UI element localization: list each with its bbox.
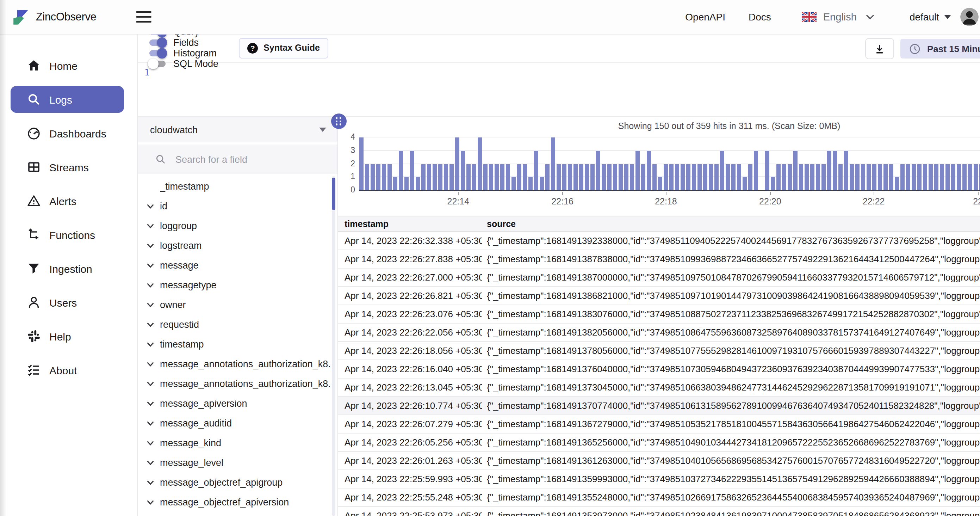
field-item[interactable]: logstream: [138, 236, 337, 255]
histogram-bar: [489, 164, 493, 190]
org-selector[interactable]: default: [910, 11, 951, 22]
toggle-sql-mode[interactable]: SQL Mode: [150, 59, 218, 69]
field-item[interactable]: _timestamp: [138, 176, 337, 196]
field-item[interactable]: message: [138, 255, 337, 275]
histogram-plot[interactable]: [359, 137, 980, 191]
chevron-down-icon: [146, 260, 155, 270]
field-item[interactable]: message_apiversion: [138, 393, 337, 413]
field-list-scrollbar-thumb[interactable]: [332, 178, 336, 210]
column-header-source[interactable]: source: [482, 219, 980, 229]
log-table-row[interactable]: Apr 14, 2023 22:26:27.000 +05:30 {"_time…: [338, 269, 980, 287]
field-item[interactable]: timestamp: [138, 334, 337, 354]
log-row-source: {"_timestamp":1681491387000000,"id":"374…: [482, 272, 980, 283]
histogram-bar: [805, 164, 808, 190]
docs-link[interactable]: Docs: [749, 11, 771, 22]
histogram-bar: [619, 164, 622, 190]
toggle-histogram[interactable]: Histogram: [150, 48, 218, 59]
field-item[interactable]: id: [138, 196, 337, 216]
x-axis-tick: [770, 192, 771, 195]
sidebar-item-help[interactable]: Help: [11, 323, 124, 350]
log-table-row[interactable]: Apr 14, 2023 22:26:01.263 +05:30 {"_time…: [338, 452, 980, 470]
field-item[interactable]: message_annotations_authorization_k8...: [138, 354, 337, 374]
search-icon: [27, 92, 41, 107]
sidebar-item-about[interactable]: About: [11, 357, 124, 384]
query-editor[interactable]: 1: [138, 63, 980, 117]
histogram-bar: [788, 164, 792, 190]
field-item-label: _timestamp: [160, 181, 209, 191]
log-row-source: {"_timestamp":1681491359993000,"id":"374…: [482, 474, 980, 484]
log-table-row[interactable]: Apr 14, 2023 22:26:05.256 +05:30 {"_time…: [338, 433, 980, 452]
x-axis-tick: [873, 192, 874, 195]
histogram-bar: [658, 177, 662, 191]
histogram-bar: [889, 164, 893, 190]
histogram-bar: [951, 164, 955, 190]
log-row-timestamp: Apr 14, 2023 22:25:55.248 +05:30: [338, 492, 482, 503]
sidebar-item-home[interactable]: Home: [11, 52, 124, 79]
field-item[interactable]: loggroup: [138, 216, 337, 236]
log-row-timestamp: Apr 14, 2023 22:26:05.256 +05:30: [338, 437, 482, 448]
results-panel: Showing 150 out of 359 hits in 311 ms. (…: [338, 117, 980, 516]
log-table-row[interactable]: Apr 14, 2023 22:25:55.248 +05:30 {"_time…: [338, 489, 980, 507]
column-header-timestamp[interactable]: timestamp: [338, 219, 482, 229]
histogram-bar: [388, 164, 391, 190]
sidebar-item-ingestion[interactable]: Ingestion: [11, 255, 124, 282]
panel-drag-handle[interactable]: [331, 113, 347, 129]
log-table-row[interactable]: Apr 14, 2023 22:25:53.973 +05:30 {"_time…: [338, 507, 980, 516]
field-item[interactable]: message_annotations_authorization_k8...: [138, 374, 337, 393]
field-item[interactable]: message_objectref_apigroup: [138, 472, 337, 492]
user-avatar[interactable]: [960, 8, 978, 26]
time-range-picker[interactable]: Past 15 Minutes: [900, 39, 980, 59]
syntax-guide-button[interactable]: ? Syntax Guide: [239, 38, 328, 58]
time-range-label: Past 15 Minutes: [927, 43, 980, 54]
log-table-row[interactable]: Apr 14, 2023 22:26:32.338 +05:30 {"_time…: [338, 232, 980, 250]
log-table-row[interactable]: Apr 14, 2023 22:26:27.838 +05:30 {"_time…: [338, 250, 980, 269]
sidebar-item-dashboards[interactable]: Dashboards: [11, 120, 124, 147]
download-icon: [873, 43, 886, 55]
log-table-row[interactable]: Apr 14, 2023 22:26:23.076 +05:30 {"_time…: [338, 305, 980, 323]
x-axis-tick: [978, 192, 978, 195]
field-item[interactable]: message_objectref_apiversion: [138, 492, 337, 512]
log-row-timestamp: Apr 14, 2023 22:26:18.056 +05:30: [338, 346, 482, 356]
field-search-input[interactable]: Search for a field: [138, 145, 337, 174]
menu-hamburger-icon[interactable]: [135, 8, 151, 26]
log-table-row[interactable]: Apr 14, 2023 22:26:26.821 +05:30 {"_time…: [338, 287, 980, 305]
histogram-bar: [743, 177, 746, 191]
sidebar-item-users[interactable]: Users: [11, 289, 124, 316]
download-results-button[interactable]: [865, 38, 894, 59]
field-item[interactable]: message_auditid: [138, 413, 337, 433]
log-table-row[interactable]: Apr 14, 2023 22:26:13.045 +05:30 {"_time…: [338, 379, 980, 397]
field-item[interactable]: message_level: [138, 452, 337, 472]
log-table-row[interactable]: Apr 14, 2023 22:25:59.993 +05:30 {"_time…: [338, 470, 980, 489]
field-item[interactable]: owner: [138, 295, 337, 314]
x-axis-tick: [563, 192, 563, 195]
sidebar-item-logs[interactable]: Logs: [11, 86, 124, 113]
log-table-row[interactable]: Apr 14, 2023 22:26:07.279 +05:30 {"_time…: [338, 415, 980, 433]
field-item[interactable]: messagetype: [138, 275, 337, 295]
field-item-label: logstream: [160, 240, 202, 251]
field-item[interactable]: message_objectref_name: [138, 512, 337, 516]
histogram-bar: [810, 164, 814, 190]
histogram-bar: [410, 151, 414, 191]
histogram-bar: [534, 151, 538, 191]
log-table-row[interactable]: Apr 14, 2023 22:26:16.040 +05:30 {"_time…: [338, 360, 980, 379]
log-table-row[interactable]: Apr 14, 2023 22:26:18.056 +05:30 {"_time…: [338, 342, 980, 360]
log-table-row[interactable]: Apr 14, 2023 22:26:10.774 +05:30 {"_time…: [338, 397, 980, 415]
histogram-bar: [551, 137, 555, 190]
histogram-bar: [630, 164, 634, 190]
sidebar-item-functions[interactable]: Functions: [11, 221, 124, 248]
field-item[interactable]: message_kind: [138, 433, 337, 452]
log-row-source: {"_timestamp":1681491361263000,"id":"374…: [482, 455, 980, 466]
stream-select[interactable]: cloudwatch: [138, 117, 337, 145]
log-table-row[interactable]: Apr 14, 2023 22:26:22.056 +05:30 {"_time…: [338, 323, 980, 342]
app-logo[interactable]: ZincObserve: [12, 8, 96, 26]
field-list-scrollbar-track[interactable]: [332, 176, 336, 516]
histogram-bar: [523, 164, 527, 190]
histogram-bar: [793, 151, 797, 191]
openapi-link[interactable]: OpenAPI: [685, 11, 725, 22]
sidebar-item-alerts[interactable]: Alerts: [11, 188, 124, 214]
sidebar-nav: Home Logs Dashboards Streams Alerts Func…: [0, 34, 138, 516]
language-selector[interactable]: English: [802, 11, 874, 22]
field-item[interactable]: requestid: [138, 314, 337, 334]
sidebar-item-streams[interactable]: Streams: [11, 154, 124, 180]
toggle-fields[interactable]: Fields: [150, 37, 218, 48]
